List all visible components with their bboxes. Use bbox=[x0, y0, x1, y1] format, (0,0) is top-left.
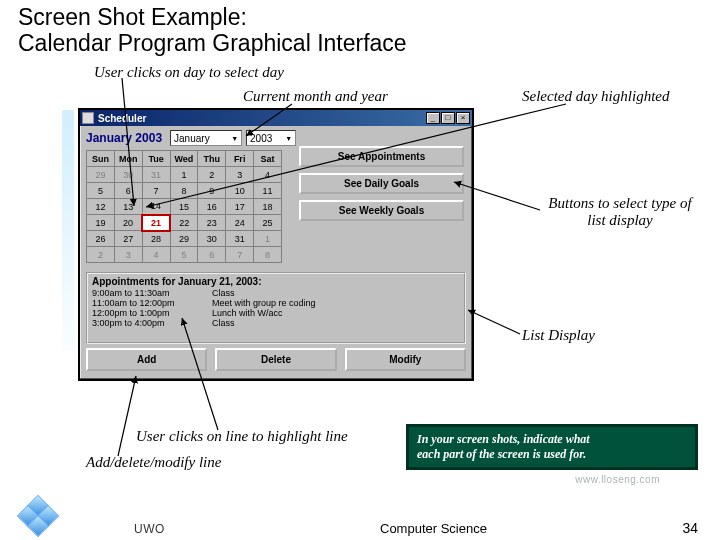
day-header: Wed bbox=[170, 151, 198, 167]
calendar-day[interactable]: 2 bbox=[198, 167, 226, 183]
calendar-day[interactable]: 26 bbox=[87, 231, 115, 247]
calendar-day[interactable]: 4 bbox=[254, 167, 282, 183]
appointment-row[interactable]: 3:00pm to 4:00pmClass bbox=[92, 318, 460, 328]
calendar-day[interactable]: 22 bbox=[170, 215, 198, 231]
chevron-down-icon: ▼ bbox=[231, 135, 238, 142]
appointment-row[interactable]: 11:00am to 12:00pmMeet with group re cod… bbox=[92, 298, 460, 308]
calendar-day[interactable]: 13 bbox=[114, 199, 142, 215]
action-button-add[interactable]: Add bbox=[86, 348, 207, 371]
calendar-day[interactable]: 9 bbox=[198, 183, 226, 199]
calendar-day[interactable]: 31 bbox=[142, 167, 170, 183]
calendar-day[interactable]: 10 bbox=[226, 183, 254, 199]
calendar-day[interactable]: 4 bbox=[142, 247, 170, 263]
close-button[interactable]: × bbox=[456, 112, 470, 124]
calendar-day[interactable]: 29 bbox=[170, 231, 198, 247]
slide-title: Screen Shot Example: Calendar Program Gr… bbox=[18, 4, 407, 57]
day-header: Tue bbox=[142, 151, 170, 167]
day-header: Mon bbox=[114, 151, 142, 167]
day-header: Fri bbox=[226, 151, 254, 167]
footer-url: www.lloseng.com bbox=[575, 474, 660, 485]
appointment-row[interactable]: 9:00am to 11:30amClass bbox=[92, 288, 460, 298]
calendar-day[interactable]: 19 bbox=[87, 215, 115, 231]
calendar-day[interactable]: 5 bbox=[87, 183, 115, 199]
svg-line-4 bbox=[468, 310, 520, 334]
calendar-day[interactable]: 20 bbox=[114, 215, 142, 231]
ann-user-clicks-line: User clicks on line to highlight line bbox=[136, 428, 348, 445]
maximize-button[interactable]: □ bbox=[441, 112, 455, 124]
calendar-day[interactable]: 3 bbox=[226, 167, 254, 183]
scheduler-window: Scheduler _ □ × January 2003 January▼ 20… bbox=[78, 108, 474, 381]
footer-center: Computer Science bbox=[380, 521, 487, 536]
footer-pagenum: 34 bbox=[682, 520, 698, 536]
ann-list-display: List Display bbox=[522, 327, 595, 344]
calendar-day[interactable]: 17 bbox=[226, 199, 254, 215]
calendar-day[interactable]: 25 bbox=[254, 215, 282, 231]
logo bbox=[18, 494, 60, 536]
month-select[interactable]: January▼ bbox=[170, 130, 242, 146]
calendar-day[interactable]: 29 bbox=[87, 167, 115, 183]
appointment-row[interactable]: 12:00pm to 1:00pmLunch with W/acc bbox=[92, 308, 460, 318]
calendar-day[interactable]: 27 bbox=[114, 231, 142, 247]
app-icon bbox=[82, 112, 94, 124]
year-select[interactable]: 2003▼ bbox=[246, 130, 296, 146]
calendar-day[interactable]: 8 bbox=[254, 247, 282, 263]
calendar-day[interactable]: 6 bbox=[114, 183, 142, 199]
appointments-header: Appointments for January 21, 2003: bbox=[92, 276, 460, 287]
calendar-day[interactable]: 1 bbox=[254, 231, 282, 247]
calendar-day[interactable]: 12 bbox=[87, 199, 115, 215]
ann-user-clicks-day: User clicks on day to select day bbox=[94, 64, 284, 81]
decorative-bar bbox=[62, 110, 74, 350]
calendar-day[interactable]: 15 bbox=[170, 199, 198, 215]
calendar-day[interactable]: 7 bbox=[142, 183, 170, 199]
ann-buttons-type: Buttons to select type of list display bbox=[540, 195, 700, 229]
titlebar: Scheduler _ □ × bbox=[80, 110, 472, 126]
tip-box: In your screen shots, indicate what each… bbox=[406, 424, 698, 470]
calendar-day[interactable]: 11 bbox=[254, 183, 282, 199]
calendar-day[interactable]: 5 bbox=[170, 247, 198, 263]
calendar-day[interactable]: 16 bbox=[198, 199, 226, 215]
calendar-day[interactable]: 28 bbox=[142, 231, 170, 247]
calendar-day[interactable]: 14 bbox=[142, 199, 170, 215]
calendar-day[interactable]: 18 bbox=[254, 199, 282, 215]
month-year-label: January 2003 bbox=[86, 131, 162, 145]
side-button[interactable]: See Daily Goals bbox=[299, 173, 464, 194]
calendar-day[interactable]: 30 bbox=[114, 167, 142, 183]
calendar-day[interactable]: 8 bbox=[170, 183, 198, 199]
side-button[interactable]: See Appointments bbox=[299, 146, 464, 167]
calendar-grid: SunMonTueWedThuFriSat 293031123456789101… bbox=[86, 150, 282, 263]
svg-line-6 bbox=[118, 376, 136, 456]
calendar-day[interactable]: 2 bbox=[87, 247, 115, 263]
calendar-day[interactable]: 24 bbox=[226, 215, 254, 231]
calendar-day[interactable]: 30 bbox=[198, 231, 226, 247]
calendar-day[interactable]: 7 bbox=[226, 247, 254, 263]
ann-selected-day: Selected day highlighted bbox=[522, 88, 669, 105]
appointments-panel: Appointments for January 21, 2003: 9:00a… bbox=[86, 272, 466, 344]
ann-add-delete-modify: Add/delete/modify line bbox=[86, 454, 221, 471]
ann-current-month: Current month and year bbox=[243, 88, 388, 105]
window-title: Scheduler bbox=[98, 113, 425, 124]
side-button[interactable]: See Weekly Goals bbox=[299, 200, 464, 221]
day-header: Thu bbox=[198, 151, 226, 167]
calendar-day[interactable]: 31 bbox=[226, 231, 254, 247]
calendar-day[interactable]: 6 bbox=[198, 247, 226, 263]
action-button-delete[interactable]: Delete bbox=[215, 348, 336, 371]
calendar-day[interactable]: 21 bbox=[142, 215, 170, 231]
action-button-modify[interactable]: Modify bbox=[345, 348, 466, 371]
day-header: Sat bbox=[254, 151, 282, 167]
day-header: Sun bbox=[87, 151, 115, 167]
calendar-day[interactable]: 1 bbox=[170, 167, 198, 183]
calendar-day[interactable]: 3 bbox=[114, 247, 142, 263]
chevron-down-icon: ▼ bbox=[285, 135, 292, 142]
minimize-button[interactable]: _ bbox=[426, 112, 440, 124]
calendar-day[interactable]: 23 bbox=[198, 215, 226, 231]
footer-uwo: UWO bbox=[134, 522, 165, 536]
